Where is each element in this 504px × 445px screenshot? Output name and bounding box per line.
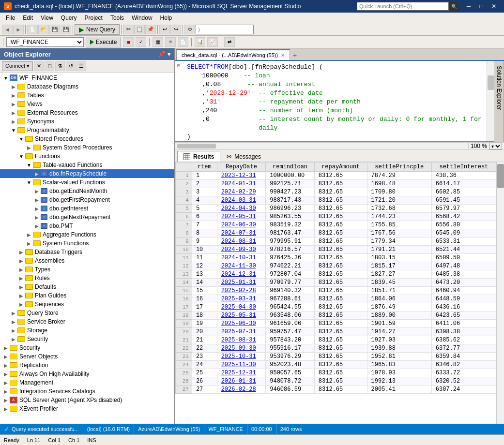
results-file-btn[interactable]: 📄 <box>178 37 188 47</box>
undo-btn[interactable]: ↩ <box>159 25 170 34</box>
tree-node-views[interactable]: ▶ Views <box>0 100 174 108</box>
col-settleinterest[interactable]: settleInterest <box>431 163 496 172</box>
tree-node-fn-getinterest[interactable]: ▶ f dbo.getInterest <box>0 204 174 213</box>
results-tab-messages[interactable]: ✉ Messages <box>220 151 267 162</box>
tree-node-fn-getnext[interactable]: ▶ f dbo.getNextRepayment <box>0 213 174 222</box>
close-btn[interactable]: ✕ <box>488 0 500 13</box>
tree-node-external[interactable]: ▶ External Resources <box>0 108 174 117</box>
execute-btn[interactable]: Execute <box>86 37 121 47</box>
copy-btn[interactable]: 📋 <box>134 25 145 34</box>
table-cell[interactable]: 2024-06-30 <box>217 221 266 229</box>
oe-arrow-btn[interactable]: ▾ <box>168 51 170 58</box>
connect-btn[interactable]: Connect ▾ <box>2 61 33 71</box>
table-cell[interactable]: 2025-02-28 <box>217 287 266 295</box>
disconnect-btn[interactable]: ✕ <box>34 61 44 71</box>
tree-node-db-diagrams[interactable]: ▶ Database Diagrams <box>0 82 174 91</box>
tree-node-storage[interactable]: ▶ Storage <box>0 326 174 335</box>
database-dropdown[interactable]: WF_FINANCE <box>6 37 84 47</box>
back-btn[interactable]: ◄ <box>2 25 13 34</box>
query-editor[interactable]: ⊟ SELECT * FROM [dbo].[fnRepaySchedule] … <box>175 61 494 142</box>
tree-node-server-objects[interactable]: ▶ Server Objects <box>0 352 174 361</box>
tree-node-query-store[interactable]: ▶ Query Store <box>0 309 174 317</box>
oe-tree[interactable]: ▼ DB WF_FINANCE ▶ Database Diagrams ▶ Ta… <box>0 73 174 424</box>
results-vscroll[interactable] <box>496 162 504 424</box>
table-cell[interactable]: 2024-08-31 <box>217 237 266 246</box>
tree-node-functions[interactable]: ▼ Functions <box>0 152 174 161</box>
oe-more-btn[interactable]: ☰ <box>76 61 86 71</box>
new-query-oe-btn[interactable]: ◻ <box>45 61 54 71</box>
paste-btn[interactable]: 📌 <box>145 25 156 34</box>
maximize-btn[interactable]: □ <box>475 0 488 13</box>
table-cell[interactable]: 2026-01-31 <box>217 377 266 386</box>
solution-explorer-label[interactable]: Solution Explorer <box>494 61 504 142</box>
tree-node-stored-procs[interactable]: ▼ Stored Procedures <box>0 134 174 143</box>
tree-node-plan-guides[interactable]: ▶ Plan Guides <box>0 291 174 300</box>
parse-btn[interactable]: ✓ <box>136 37 146 47</box>
tree-node-sequences[interactable]: ▶ Sequences <box>0 300 174 309</box>
tree-node-always-on[interactable]: ▶ Always On High Availability <box>0 370 174 378</box>
editor-h-scrollbar[interactable]: 100 % ▾ <box>175 142 504 150</box>
tree-node-fn-repay[interactable]: ▶ f dbo.fnRepaySchedule <box>0 169 174 178</box>
table-cell[interactable]: 2023-12-31 <box>217 172 266 180</box>
table-cell[interactable]: 2024-10-31 <box>217 254 266 262</box>
table-cell[interactable]: 2024-04-30 <box>217 205 266 213</box>
menu-tools[interactable]: Tools <box>107 14 128 22</box>
oe-pin-btn[interactable]: 📌 <box>158 51 166 58</box>
forward-btn[interactable]: ► <box>13 25 24 34</box>
menu-edit[interactable]: Edit <box>19 14 37 22</box>
tree-node-rules[interactable]: ▶ Rules <box>0 274 174 282</box>
table-cell[interactable]: 2025-07-31 <box>217 328 266 336</box>
results-table-wrapper[interactable]: rtem RepayDate remindloan repayAmount se… <box>175 162 496 424</box>
col-rtem[interactable]: rtem <box>192 163 217 172</box>
menu-view[interactable]: View <box>37 14 57 22</box>
tree-node-sys-funcs[interactable]: ▶ System Functions <box>0 239 174 248</box>
tree-node-defaults[interactable]: ▶ Defaults <box>0 282 174 291</box>
save-btn[interactable]: 💾 <box>49 25 60 34</box>
table-cell[interactable]: 2025-10-31 <box>217 353 266 361</box>
table-cell[interactable]: 2024-05-31 <box>217 213 266 221</box>
table-cell[interactable]: 2024-02-29 <box>217 188 266 196</box>
showplan-btn[interactable]: 📈 <box>207 37 218 47</box>
menu-query[interactable]: Query <box>57 14 81 22</box>
quick-launch-search-btn[interactable]: 🔍 <box>450 2 458 11</box>
col-settleprincple[interactable]: settlePrincple <box>367 163 431 172</box>
more-btn[interactable]: ⇄ <box>224 37 235 47</box>
save-all-btn[interactable]: 💾 <box>61 25 71 34</box>
table-cell[interactable]: 2024-07-31 <box>217 229 266 237</box>
tree-node-assemblies[interactable]: ▶ Assemblies <box>0 256 174 265</box>
table-cell[interactable]: 2025-04-30 <box>217 303 266 312</box>
tab-add-btn[interactable]: + <box>290 50 300 60</box>
tree-node-tables[interactable]: ▶ Tables <box>0 91 174 100</box>
col-remindloan[interactable]: remindloan <box>266 163 315 172</box>
menu-file[interactable]: File <box>2 14 19 22</box>
open-file-btn[interactable]: 📂 <box>38 25 49 34</box>
tree-node-security-top[interactable]: ▶ Security <box>0 343 174 352</box>
debug-btn[interactable]: ⚙ <box>184 25 195 34</box>
include-stats-btn[interactable]: 📊 <box>195 37 205 47</box>
table-cell[interactable]: 2025-09-30 <box>217 344 266 353</box>
menu-window[interactable]: Window <box>128 14 156 22</box>
tree-node-service-broker[interactable]: ▶ Service Broker <box>0 317 174 326</box>
tree-node-db-triggers[interactable]: ▶ Database Triggers <box>0 248 174 256</box>
toolbar-input[interactable]: ) <box>196 25 254 34</box>
tree-node-aggregate[interactable]: ▶ Aggregate Functions <box>0 230 174 239</box>
table-cell[interactable]: 2025-03-31 <box>217 295 266 303</box>
menu-help[interactable]: Help <box>156 14 176 22</box>
tree-node-sql-agent[interactable]: ▶ A SQL Server Agent (Agent XPs disabled… <box>0 396 174 404</box>
quick-launch-input[interactable] <box>357 2 449 11</box>
tree-node-integration[interactable]: ▶ Integration Services Catalogs <box>0 387 174 396</box>
tree-node-sys-stored-procs[interactable]: ▶ System Stored Procedures <box>0 143 174 152</box>
table-cell[interactable]: 2024-12-31 <box>217 270 266 279</box>
tree-node-synonyms[interactable]: ▶ Synonyms <box>0 117 174 126</box>
table-cell[interactable]: 2025-08-31 <box>217 336 266 344</box>
table-cell[interactable]: 2025-06-30 <box>217 320 266 328</box>
col-repaydate[interactable]: RepayDate <box>217 163 266 172</box>
tree-node-table-valued[interactable]: ▼ Table-valued Functions <box>0 161 174 169</box>
tree-node-fn-getend[interactable]: ▶ f dbo.getEndNextMonth <box>0 187 174 195</box>
results-text-btn[interactable]: ≡ <box>165 37 176 47</box>
results-grid-btn[interactable]: ▦ <box>153 37 163 47</box>
editor-tab-active[interactable]: check_data.sql - (...AD\EdwinWong (55)) … <box>176 49 290 60</box>
table-cell[interactable]: 2025-05-31 <box>217 312 266 320</box>
tab-close-icon[interactable]: ✕ <box>281 53 285 58</box>
col-repayamount[interactable]: repayAmount <box>314 163 367 172</box>
